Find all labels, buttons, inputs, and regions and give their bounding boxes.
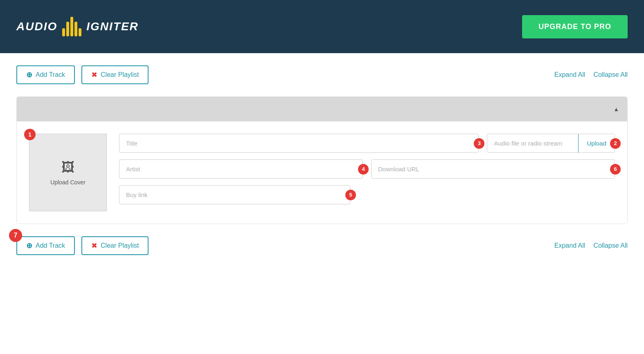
fields-row-3: 5 [119, 185, 615, 204]
badge-cover: 1 [24, 129, 36, 140]
add-track-label-bottom: Add Track [36, 242, 65, 249]
collapse-all-button-bottom[interactable]: Collapse All [593, 242, 628, 249]
bottom-toolbar-left: 7 ⊕ Add Track ✖ Clear Playlist [16, 236, 149, 255]
clear-playlist-button-bottom[interactable]: ✖ Clear Playlist [81, 236, 149, 255]
cover-upload-area: 1 🖼 Upload Cover [29, 134, 107, 211]
buy-link-input[interactable] [119, 185, 350, 204]
expand-all-button-bottom[interactable]: Expand All [554, 242, 585, 249]
track-form-fields: 3 Upload 2 4 [119, 134, 615, 211]
top-toolbar-right: Expand All Collapse All [554, 71, 628, 78]
logo-bar-3 [70, 17, 73, 36]
download-url-input[interactable] [371, 159, 615, 179]
track-card: ▲ 1 🖼 Upload Cover 3 [16, 96, 628, 224]
badge-upload: 2 [610, 138, 621, 149]
collapse-all-button-top[interactable]: Collapse All [593, 71, 628, 78]
badge-buy: 5 [345, 190, 356, 200]
upload-audio-button[interactable]: Upload [578, 134, 615, 152]
audio-input[interactable] [487, 134, 578, 152]
track-card-body: 1 🖼 Upload Cover 3 Up [17, 121, 627, 224]
main-content: ⊕ Add Track ✖ Clear Playlist Expand All … [0, 53, 644, 354]
upgrade-to-pro-button[interactable]: UPGRADE TO PRO [522, 15, 628, 38]
bottom-toolbar: 7 ⊕ Add Track ✖ Clear Playlist Expand Al… [16, 236, 628, 255]
plus-icon: ⊕ [26, 70, 32, 79]
upload-cover-label: Upload Cover [50, 179, 86, 186]
badge-download: 6 [610, 164, 621, 175]
badge-artist: 4 [358, 164, 369, 175]
add-track-button-bottom[interactable]: ⊕ Add Track [16, 236, 75, 255]
audio-field-group: Upload 2 [487, 134, 615, 153]
fields-row-2: 4 6 [119, 159, 615, 179]
logo-bar-2 [66, 22, 69, 36]
title-input[interactable] [119, 134, 479, 153]
badge-title: 3 [474, 138, 484, 149]
clear-playlist-label-top: Clear Playlist [101, 71, 139, 78]
x-icon-bottom: ✖ [91, 241, 97, 250]
app-header: AUDIO IGNITER UPGRADE TO PRO [0, 0, 644, 53]
download-url-field-group: 6 [371, 159, 615, 179]
bottom-toolbar-right: Expand All Collapse All [554, 242, 628, 249]
x-icon-top: ✖ [91, 70, 97, 79]
artist-input[interactable] [119, 159, 363, 179]
app-logo: AUDIO IGNITER [16, 17, 139, 36]
add-track-button-top[interactable]: ⊕ Add Track [16, 65, 75, 84]
image-icon: 🖼 [61, 160, 74, 175]
top-toolbar-left: ⊕ Add Track ✖ Clear Playlist [16, 65, 149, 84]
track-card-header: ▲ [17, 97, 627, 121]
add-track-label-top: Add Track [36, 71, 65, 78]
plus-icon-bottom: ⊕ [26, 241, 32, 250]
logo-igniter-text: IGNITER [86, 20, 139, 33]
logo-icon [62, 17, 81, 36]
logo-bar-4 [74, 22, 77, 36]
logo-audio-text: AUDIO [16, 20, 57, 33]
clear-playlist-button-top[interactable]: ✖ Clear Playlist [81, 65, 149, 84]
logo-bar-1 [62, 28, 65, 36]
title-field-group: 3 [119, 134, 479, 153]
clear-playlist-label-bottom: Clear Playlist [101, 242, 139, 249]
buy-link-field-group: 5 [119, 185, 350, 204]
collapse-icon[interactable]: ▲ [613, 106, 619, 112]
upload-cover-button[interactable]: 🖼 Upload Cover [29, 134, 107, 211]
badge-bottom: 7 [9, 229, 22, 242]
artist-field-group: 4 [119, 159, 363, 179]
fields-row-1: 3 Upload 2 [119, 134, 615, 153]
top-toolbar: ⊕ Add Track ✖ Clear Playlist Expand All … [16, 65, 628, 84]
audio-field-wrapper: Upload [487, 134, 615, 153]
logo-bar-5 [79, 28, 81, 36]
expand-all-button-top[interactable]: Expand All [554, 71, 585, 78]
